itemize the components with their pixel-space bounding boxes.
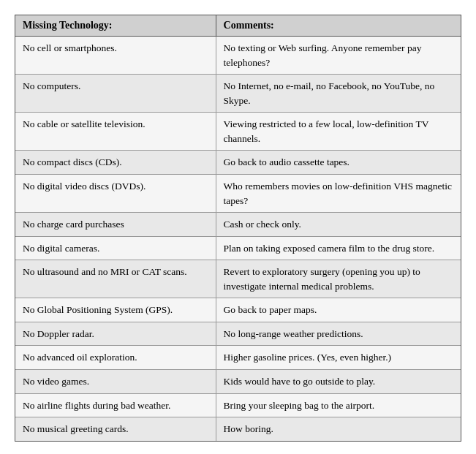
- missing-technology-cell: No ultrasound and no MRI or CAT scans.: [15, 260, 216, 298]
- table-row: No digital video discs (DVDs).Who rememb…: [15, 174, 461, 212]
- table-row: No Doppler radar.No long-range weather p…: [15, 322, 461, 346]
- comments-cell: Go back to paper maps.: [216, 298, 461, 322]
- header-missing-technology: Missing Technology:: [15, 15, 216, 37]
- missing-technology-cell: No computers.: [15, 75, 216, 113]
- comments-cell: Who remembers movies on low-definition V…: [216, 174, 461, 212]
- missing-technology-cell: No cable or satellite television.: [15, 113, 216, 151]
- table-row: No compact discs (CDs).Go back to audio …: [15, 151, 461, 175]
- missing-technology-cell: No musical greeting cards.: [15, 417, 216, 441]
- missing-technology-cell: No cell or smartphones.: [15, 37, 216, 75]
- missing-technology-cell: No digital cameras.: [15, 236, 216, 260]
- missing-technology-cell: No video games.: [15, 370, 216, 394]
- comments-cell: Go back to audio cassette tapes.: [216, 151, 461, 175]
- comments-cell: Cash or check only.: [216, 213, 461, 237]
- table-row: No charge card purchasesCash or check on…: [15, 213, 461, 237]
- table-row: No advanced oil exploration.Higher gasol…: [15, 346, 461, 370]
- comments-cell: No long-range weather predictions.: [216, 322, 461, 346]
- table-row: No video games.Kids would have to go out…: [15, 370, 461, 394]
- table-row: No digital cameras.Plan on taking expose…: [15, 236, 461, 260]
- missing-technology-table: Missing Technology: Comments: No cell or…: [15, 15, 461, 441]
- missing-technology-cell: No charge card purchases: [15, 213, 216, 237]
- comments-cell: No Internet, no e-mail, no Facebook, no …: [216, 75, 461, 113]
- comments-cell: Bring your sleeping bag to the airport.: [216, 393, 461, 417]
- table-row: No musical greeting cards.How boring.: [15, 417, 461, 441]
- main-table-container: Missing Technology: Comments: No cell or…: [15, 15, 461, 442]
- missing-technology-cell: No compact discs (CDs).: [15, 151, 216, 175]
- missing-technology-cell: No Doppler radar.: [15, 322, 216, 346]
- table-row: No airline flights during bad weather.Br…: [15, 393, 461, 417]
- table-row: No ultrasound and no MRI or CAT scans.Re…: [15, 260, 461, 298]
- comments-cell: No texting or Web surfing. Anyone rememb…: [216, 37, 461, 75]
- comments-cell: Revert to exploratory surgery (opening y…: [216, 260, 461, 298]
- table-row: No cable or satellite television.Viewing…: [15, 113, 461, 151]
- comments-cell: Kids would have to go outside to play.: [216, 370, 461, 394]
- table-row: No Global Positioning System (GPS).Go ba…: [15, 298, 461, 322]
- comments-cell: Higher gasoline prices. (Yes, even highe…: [216, 346, 461, 370]
- header-comments: Comments:: [216, 15, 461, 37]
- table-row: No computers.No Internet, no e-mail, no …: [15, 75, 461, 113]
- comments-cell: Viewing restricted to a few local, low-d…: [216, 113, 461, 151]
- table-header-row: Missing Technology: Comments:: [15, 15, 461, 37]
- comments-cell: Plan on taking exposed camera film to th…: [216, 236, 461, 260]
- missing-technology-cell: No digital video discs (DVDs).: [15, 174, 216, 212]
- missing-technology-cell: No airline flights during bad weather.: [15, 393, 216, 417]
- comments-cell: How boring.: [216, 417, 461, 441]
- missing-technology-cell: No advanced oil exploration.: [15, 346, 216, 370]
- missing-technology-cell: No Global Positioning System (GPS).: [15, 298, 216, 322]
- table-row: No cell or smartphones.No texting or Web…: [15, 37, 461, 75]
